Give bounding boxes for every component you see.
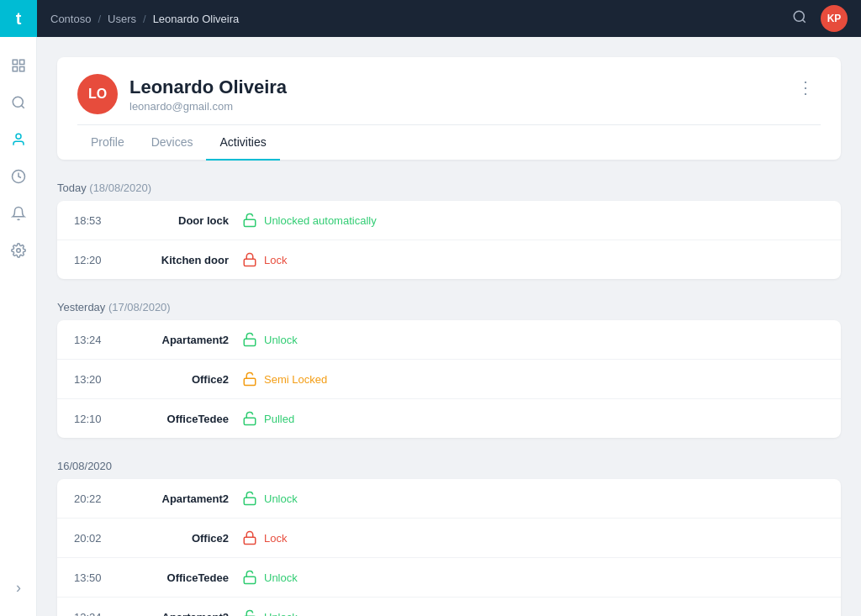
activities-content: Today (18/08/2020) 18:53 Door lock Unloc…	[57, 173, 841, 616]
activity-device: Kitchen door	[124, 254, 242, 266]
svg-line-7	[21, 105, 24, 108]
activity-device: Apartament2	[124, 334, 242, 346]
activity-device: OfficeTedee	[124, 571, 242, 584]
unlock-icon	[242, 570, 257, 585]
more-options-button[interactable]: ⋮	[790, 74, 821, 101]
activity-device: Office2	[124, 373, 242, 386]
breadcrumb: Contoso / Users / Leonardo Oliveira	[37, 13, 239, 25]
activity-device: OfficeTedee	[124, 413, 242, 425]
main-content: LO Leonardo Oliveira leonardo@gmail.com …	[37, 37, 861, 616]
tab-activities[interactable]: Activities	[206, 125, 279, 161]
table-row: 12:10 OfficeTedee Pulled	[57, 399, 841, 438]
svg-rect-16	[244, 498, 256, 504]
app-logo[interactable]: t	[0, 0, 37, 37]
tab-devices[interactable]: Devices	[138, 125, 207, 161]
table-row: 13:20 Office2 Semi Locked	[57, 360, 841, 399]
activity-time: 20:02	[74, 532, 124, 545]
svg-rect-17	[244, 537, 256, 544]
unlock-icon	[242, 332, 257, 347]
user-header-top: LO Leonardo Oliveira leonardo@gmail.com …	[77, 74, 821, 114]
day-label-yesterday: Yesterday (17/08/2020)	[57, 292, 841, 320]
lock-icon	[242, 252, 257, 267]
activity-list-today: 18:53 Door lock Unlocked automatically 1…	[57, 201, 841, 279]
svg-line-1	[802, 19, 805, 22]
activity-time: 13:20	[74, 373, 124, 386]
sidebar-item-settings[interactable]	[3, 235, 34, 266]
user-email: leonardo@gmail.com	[129, 100, 287, 113]
table-row: 18:53 Door lock Unlocked automatically	[57, 201, 841, 240]
tab-profile[interactable]: Profile	[77, 125, 138, 161]
activity-status: Lock	[242, 252, 287, 267]
lock-icon	[242, 530, 257, 545]
table-row: 13:24 Apartament2 Unlock	[57, 320, 841, 360]
user-full-name: Leonardo Oliveira	[129, 76, 287, 98]
breadcrumb-users[interactable]: Users	[108, 13, 136, 25]
activity-status: Unlocked automatically	[242, 213, 377, 228]
activity-status: Unlock	[242, 609, 298, 616]
activity-time: 13:24	[74, 611, 124, 617]
activity-time: 13:50	[74, 571, 124, 584]
day-section-today: Today (18/08/2020) 18:53 Door lock Unloc…	[57, 173, 841, 279]
sidebar-item-clock[interactable]	[3, 161, 34, 192]
breadcrumb-sep2: /	[143, 13, 146, 25]
activity-list-yesterday: 13:24 Apartament2 Unlock 13:20 Office2	[57, 320, 841, 438]
svg-rect-13	[244, 339, 256, 345]
activity-time: 13:24	[74, 334, 124, 346]
sidebar: ›	[0, 37, 37, 616]
unlock-icon	[242, 411, 257, 426]
activity-time: 12:20	[74, 254, 124, 266]
sidebar-item-grid[interactable]	[3, 50, 34, 81]
topbar-left: t Contoso / Users / Leonardo Oliveira	[0, 0, 239, 37]
svg-rect-18	[244, 577, 256, 583]
topbar-right: KP	[789, 5, 848, 32]
svg-rect-5	[19, 67, 24, 71]
svg-point-8	[16, 134, 21, 139]
day-section-yesterday: Yesterday (17/08/2020) 13:24 Apartament2…	[57, 292, 841, 438]
day-section-160820: 16/08/2020 20:22 Apartament2 Unlock 20:	[57, 451, 841, 616]
sidebar-item-search[interactable]	[3, 87, 34, 118]
sidebar-collapse-button[interactable]: ›	[0, 572, 37, 603]
unlock-icon	[242, 213, 257, 228]
svg-point-0	[794, 11, 804, 21]
table-row: 20:22 Apartament2 Unlock	[57, 479, 841, 519]
breadcrumb-contoso[interactable]: Contoso	[50, 13, 91, 25]
svg-rect-15	[244, 418, 256, 424]
activity-status: Pulled	[242, 411, 294, 426]
user-header-card: LO Leonardo Oliveira leonardo@gmail.com …	[57, 57, 841, 160]
activity-status: Unlock	[242, 570, 298, 585]
breadcrumb-current: Leonardo Oliveira	[153, 13, 240, 25]
activity-status: Semi Locked	[242, 371, 327, 387]
svg-point-6	[13, 97, 23, 107]
svg-point-10	[16, 249, 20, 253]
user-avatar-kp[interactable]: KP	[821, 5, 848, 32]
day-date-yesterday: (17/08/2020)	[108, 301, 171, 313]
table-row: 13:50 OfficeTedee Unlock	[57, 558, 841, 598]
day-label-160820: 16/08/2020	[57, 451, 841, 479]
topbar-search-button[interactable]	[789, 6, 811, 32]
activity-status: Unlock	[242, 491, 298, 506]
semilocked-icon	[242, 371, 257, 387]
unlock-icon	[242, 491, 257, 506]
topbar: t Contoso / Users / Leonardo Oliveira KP	[0, 0, 861, 37]
user-avatar: LO	[77, 74, 118, 114]
table-row: 20:02 Office2 Lock	[57, 519, 841, 558]
svg-rect-2	[13, 60, 17, 64]
svg-rect-4	[13, 67, 17, 71]
activity-time: 20:22	[74, 492, 124, 505]
day-date-today: (18/08/2020)	[89, 182, 151, 194]
svg-rect-11	[244, 219, 256, 226]
user-name-block: Leonardo Oliveira leonardo@gmail.com	[129, 76, 287, 113]
breadcrumb-sep1: /	[98, 13, 101, 25]
sidebar-item-user[interactable]	[3, 124, 34, 155]
user-info: LO Leonardo Oliveira leonardo@gmail.com	[77, 74, 287, 114]
svg-rect-14	[244, 378, 256, 385]
table-row: 13:24 Apartament2 Unlock	[57, 598, 841, 616]
unlock-icon	[242, 609, 257, 616]
svg-rect-3	[19, 60, 24, 64]
activity-list-160820: 20:22 Apartament2 Unlock 20:02 Office2	[57, 479, 841, 616]
activity-time: 18:53	[74, 214, 124, 227]
activity-device: Apartament2	[124, 492, 242, 505]
sidebar-item-bell[interactable]	[3, 198, 34, 229]
activity-time: 12:10	[74, 413, 124, 425]
svg-rect-12	[244, 259, 256, 266]
